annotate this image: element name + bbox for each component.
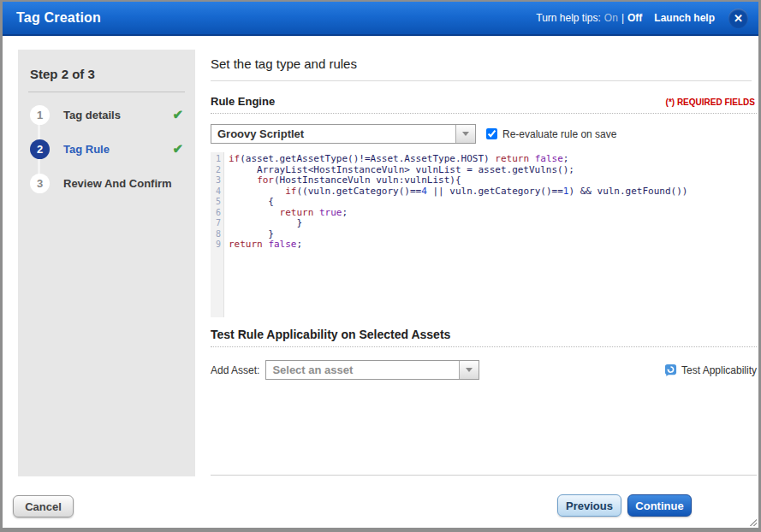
page-title: Set the tag type and rules	[211, 50, 757, 71]
dialog-title: Tag Creation	[3, 10, 101, 26]
chevron-down-icon[interactable]	[459, 361, 479, 379]
chevron-down-icon[interactable]	[455, 125, 475, 143]
reevaluate-checkbox[interactable]	[486, 128, 497, 139]
rule-engine-select[interactable]: Groovy Scriptlet	[211, 124, 476, 144]
test-applicability-label: Test Applicability	[681, 364, 757, 376]
help-tips-separator: |	[621, 12, 624, 24]
step-number-badge: 1	[30, 105, 50, 125]
test-applicability-icon	[664, 364, 677, 376]
check-icon: ✔	[172, 107, 183, 122]
rule-engine-selected-value: Groovy Scriptlet	[211, 127, 455, 140]
step-label: Review And Confirm	[63, 177, 172, 190]
add-asset-label: Add Asset:	[211, 364, 259, 376]
previous-button[interactable]: Previous	[557, 494, 621, 517]
required-fields-note: (*) REQUIRED FIELDS	[666, 98, 755, 107]
check-icon: ✔	[172, 141, 183, 157]
test-applicability-button[interactable]: Test Applicability	[664, 364, 757, 376]
test-section-divider	[211, 346, 757, 347]
step-number-badge: 2	[30, 139, 50, 159]
reevaluate-label: Re-evaluate rule on save	[502, 128, 616, 140]
step-tag-details[interactable]: 1 Tag details ✔	[18, 98, 195, 132]
code-gutter: 123456789	[211, 152, 224, 317]
test-applicability-title: Test Rule Applicability on Selected Asse…	[211, 328, 757, 341]
main-content: Set the tag type and rules Rule Engine (…	[211, 50, 757, 476]
help-tips-label: Turn help tips:	[536, 12, 601, 24]
steps-title: Step 2 of 3	[18, 50, 195, 81]
rule-engine-controls: Groovy Scriptlet Re-evaluate rule on sav…	[211, 124, 757, 144]
continue-button[interactable]: Continue	[627, 494, 692, 517]
reevaluate-option: Re-evaluate rule on save	[486, 128, 616, 140]
add-asset-row: Add Asset: Select an asset Test Applicab…	[211, 360, 757, 380]
code-lines: if(asset.getAssetType()!=Asset.AssetType…	[224, 152, 757, 317]
step-tag-rule[interactable]: 2 Tag Rule ✔	[18, 132, 195, 166]
step-label: Tag details	[63, 109, 121, 121]
resize-grip[interactable]	[749, 518, 757, 526]
wizard-sidebar: Step 2 of 3 1 Tag details ✔ 2 Tag Rule ✔…	[18, 50, 195, 476]
rule-engine-divider	[211, 113, 757, 114]
step-number-badge: 3	[30, 174, 50, 193]
dialog-header: Tag Creation Turn help tips: On | Off La…	[3, 2, 758, 36]
step-review-and-confirm[interactable]: 3 Review And Confirm ✔	[18, 166, 195, 200]
rule-engine-section-header: Rule Engine (*) REQUIRED FIELDS	[211, 95, 757, 108]
help-tips-off-link[interactable]: Off	[627, 12, 642, 24]
heading-divider	[211, 80, 752, 81]
asset-select[interactable]: Select an asset	[265, 360, 479, 380]
rule-code-editor[interactable]: 123456789 if(asset.getAssetType()!=Asset…	[211, 152, 757, 317]
tag-creation-dialog: Tag Creation Turn help tips: On | Off La…	[0, 0, 761, 532]
launch-help-link[interactable]: Launch help	[654, 12, 715, 24]
header-help-controls: Turn help tips: On | Off Launch help ✕	[536, 9, 758, 28]
close-icon[interactable]: ✕	[728, 9, 748, 28]
steps-divider	[28, 92, 185, 92]
rule-engine-title: Rule Engine	[211, 95, 275, 108]
steps-list: 1 Tag details ✔ 2 Tag Rule ✔ 3 Review An…	[18, 98, 195, 200]
asset-select-placeholder: Select an asset	[266, 364, 459, 376]
cancel-button[interactable]: Cancel	[13, 495, 74, 517]
help-tips-on-link[interactable]: On	[604, 12, 618, 24]
step-label: Tag Rule	[63, 143, 110, 156]
